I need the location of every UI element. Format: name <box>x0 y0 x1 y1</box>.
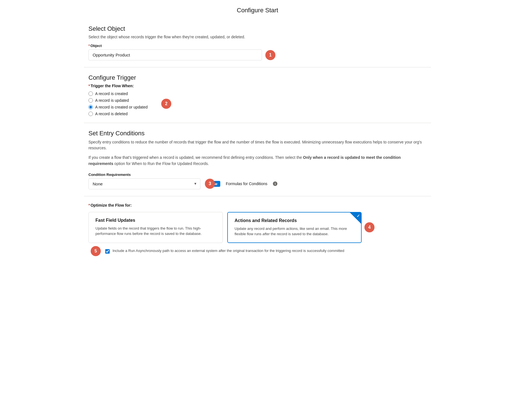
after-italic: after <box>263 232 270 236</box>
condition-requirements-select[interactable]: None <box>88 178 200 189</box>
fast-field-card[interactable]: Fast Field Updates Update fields on the … <box>88 212 223 243</box>
configure-trigger-title: Configure Trigger <box>88 74 427 81</box>
trigger-flow-label: *Trigger the Flow When: <box>88 84 427 88</box>
async-row: 5 Include a Run Asynchronously path to a… <box>105 249 427 254</box>
radio-created[interactable]: A record is created <box>88 91 148 96</box>
actions-related-card[interactable]: ✓ Actions and Related Records Update any… <box>227 212 362 243</box>
radio-deleted-input[interactable] <box>88 112 93 116</box>
radio-updated-input[interactable] <box>88 98 93 103</box>
optimize-section: *Optimize the Flow for: Fast Field Updat… <box>84 196 431 260</box>
entry-conditions-title: Set Entry Conditions <box>88 130 427 137</box>
required-star-trigger: * <box>88 84 90 88</box>
radio-updated-label: A record is updated <box>95 98 129 103</box>
actions-related-title: Actions and Related Records <box>235 218 354 223</box>
radio-created-label: A record is created <box>95 91 128 96</box>
object-field-label: *Object <box>88 44 427 48</box>
optimize-label: *Optimize the Flow for: <box>88 203 427 207</box>
info-icon[interactable]: i <box>273 181 277 186</box>
condition-requirements-label: Condition Requirements <box>88 173 427 177</box>
condition-requirements-row: None ▼ 3 New Formulas for Conditions i <box>88 178 427 189</box>
required-star: * <box>88 44 90 48</box>
radio-created-updated-input[interactable] <box>88 105 93 109</box>
formulas-label: Formulas for Conditions <box>226 181 268 186</box>
object-input[interactable] <box>88 49 262 60</box>
select-object-section: Select Object Select the object whose re… <box>84 18 431 67</box>
selected-checkmark: ✓ <box>357 214 360 218</box>
radio-deleted[interactable]: A record is deleted <box>88 112 148 116</box>
radio-created-updated-label: A record is created or updated <box>95 105 148 109</box>
required-star-optimize: * <box>88 203 90 207</box>
optimize-cards-row: Fast Field Updates Update fields on the … <box>88 212 427 243</box>
radio-created-updated[interactable]: A record is created or updated <box>88 105 148 109</box>
step-badge-5: 5 <box>91 246 101 256</box>
set-entry-conditions-section: Set Entry Conditions Specify entry condi… <box>84 123 431 196</box>
fast-field-title: Fast Field Updates <box>95 218 216 223</box>
actions-related-desc: Update any record and perform actions, l… <box>235 226 354 237</box>
page-title: Configure Start <box>84 0 431 18</box>
step-badge-3: 3 <box>205 179 215 189</box>
entry-desc-1: Specify entry conditions to reduce the n… <box>88 139 427 151</box>
radio-updated[interactable]: A record is updated <box>88 98 148 103</box>
step-badge-4: 4 <box>364 222 374 232</box>
select-object-description: Select the object whose records trigger … <box>88 35 427 39</box>
radio-created-input[interactable] <box>88 91 93 96</box>
condition-select-wrapper: None ▼ <box>88 178 200 189</box>
configure-trigger-section: Configure Trigger *Trigger the Flow When… <box>84 67 431 123</box>
async-label: Include a Run Asynchronously path to acc… <box>113 249 344 253</box>
select-object-title: Select Object <box>88 25 427 32</box>
radio-deleted-label: A record is deleted <box>95 112 128 116</box>
entry-desc-2: If you create a flow that's triggered wh… <box>88 154 427 167</box>
step-badge-2: 2 <box>161 99 171 109</box>
step-badge-1: 1 <box>265 50 275 60</box>
radio-group: A record is created A record is updated … <box>88 91 148 116</box>
radio-options-row: A record is created A record is updated … <box>88 91 427 116</box>
fast-field-desc: Update fields on the record that trigger… <box>95 226 216 237</box>
object-input-wrapper <box>88 49 262 60</box>
async-checkbox[interactable] <box>105 249 110 254</box>
